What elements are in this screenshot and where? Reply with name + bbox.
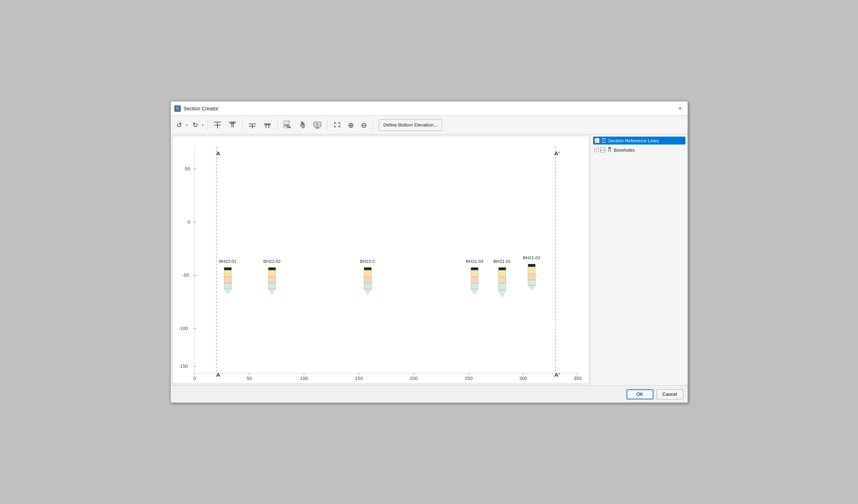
svg-text:0: 0: [187, 219, 190, 224]
close-button[interactable]: ×: [676, 105, 684, 113]
redo-dropdown-arrow[interactable]: ▾: [201, 123, 205, 127]
svg-text:A: A: [216, 372, 220, 377]
remove-section-button[interactable]: [226, 119, 239, 132]
svg-text:BH22-02: BH22-02: [263, 259, 280, 264]
svg-text:BH22-C: BH22-C: [360, 259, 376, 264]
svg-text:-100: -100: [178, 326, 188, 331]
boreholes-expand-button[interactable]: +: [595, 148, 599, 152]
svg-text:BH22-01: BH22-01: [219, 259, 237, 264]
separator-1: [207, 120, 208, 130]
svg-point-15: [315, 123, 316, 123]
cancel-button[interactable]: Cancel: [656, 389, 683, 399]
svg-point-16: [316, 123, 317, 123]
svg-rect-75: [471, 283, 478, 289]
svg-rect-86: [528, 274, 535, 280]
svg-rect-12: [316, 127, 319, 128]
svg-rect-7: [264, 123, 271, 124]
boreholes-icon: [607, 147, 612, 153]
svg-text:50: 50: [185, 166, 190, 171]
hand-tool-button[interactable]: [295, 119, 309, 132]
svg-text:A': A': [554, 150, 560, 156]
main-window: S Section Creator × ↺ ▾ ↻ ▾: [170, 101, 688, 403]
svg-rect-6: [249, 123, 256, 124]
svg-rect-84: [528, 264, 535, 267]
svg-text:100: 100: [300, 376, 308, 381]
separator-4: [327, 120, 327, 130]
svg-rect-55: [224, 270, 231, 277]
svg-rect-67: [364, 270, 371, 277]
toolbar: ↺ ▾ ↻ ▾ DXF: [171, 116, 688, 134]
svg-rect-69: [364, 283, 371, 289]
svg-rect-54: [224, 267, 231, 270]
sidebar-item-boreholes[interactable]: + ✓ Boreholes: [593, 146, 685, 154]
svg-marker-94: [609, 151, 611, 152]
undo-group: ↺ ▾: [174, 119, 188, 132]
window-title: Section Creator: [184, 106, 219, 111]
svg-text:200: 200: [410, 376, 418, 381]
redo-group: ↻ ▾: [190, 119, 205, 132]
svg-rect-79: [498, 270, 505, 277]
svg-rect-73: [471, 270, 478, 277]
svg-rect-81: [498, 283, 505, 290]
svg-rect-68: [364, 277, 371, 283]
svg-text:BH21-01: BH21-01: [493, 259, 511, 264]
svg-text:250: 250: [464, 376, 472, 381]
redo-button[interactable]: ↻: [190, 119, 201, 132]
svg-point-17: [317, 123, 318, 123]
display-settings-button[interactable]: [311, 119, 324, 132]
svg-text:BH21-02: BH21-02: [523, 255, 540, 260]
svg-rect-66: [364, 267, 371, 270]
title-bar-left: S Section Creator: [174, 105, 219, 112]
fit-view-button[interactable]: [330, 119, 344, 132]
sidebar-item-section-reference-lines[interactable]: Section Reference Lines: [593, 137, 685, 145]
boreholes-label: Boreholes: [614, 147, 635, 153]
footer: OK Cancel: [171, 385, 688, 403]
separator-5: [373, 120, 373, 130]
define-bottom-elevation-button[interactable]: Define Bottom Elevation...: [379, 119, 442, 131]
svg-rect-80: [498, 277, 505, 283]
ok-button[interactable]: OK: [627, 389, 653, 399]
canvas-area[interactable]: 50 0 -50 -100 -150 0 50: [172, 136, 589, 384]
svg-text:-150: -150: [178, 363, 188, 368]
separator-2: [242, 120, 243, 130]
svg-text:A': A': [554, 372, 560, 377]
svg-rect-72: [471, 267, 478, 270]
zoom-in-button[interactable]: ⊕: [345, 119, 357, 132]
svg-rect-74: [471, 277, 478, 283]
undo-button[interactable]: ↺: [174, 119, 185, 132]
svg-rect-85: [528, 267, 535, 274]
add-row-button[interactable]: [246, 119, 259, 132]
undo-dropdown-arrow[interactable]: ▾: [185, 123, 188, 127]
svg-rect-60: [268, 267, 275, 270]
app-icon: S: [174, 105, 181, 112]
zoom-out-button[interactable]: ⊖: [358, 119, 370, 132]
svg-rect-56: [224, 277, 231, 283]
svg-text:-50: -50: [182, 272, 189, 278]
sidebar: Section Reference Lines + ✓ Boreholes: [591, 134, 688, 385]
add-section-button[interactable]: [211, 119, 224, 132]
svg-rect-62: [268, 277, 275, 283]
svg-rect-3: [229, 122, 236, 123]
svg-rect-63: [268, 283, 275, 289]
svg-text:150: 150: [355, 376, 363, 381]
svg-rect-5: [252, 124, 253, 128]
title-bar: S Section Creator ×: [171, 101, 688, 116]
main-area: 50 0 -50 -100 -150 0 50: [171, 134, 688, 385]
section-reference-lines-checkbox[interactable]: [595, 138, 600, 143]
svg-rect-2: [214, 122, 221, 123]
boreholes-checkbox[interactable]: ✓: [600, 147, 605, 152]
dxf-button[interactable]: DXF: [280, 119, 294, 132]
svg-text:350: 350: [574, 376, 582, 381]
svg-rect-57: [224, 283, 231, 289]
svg-rect-61: [268, 270, 275, 277]
section-reference-lines-icon: [601, 138, 607, 143]
svg-text:300: 300: [519, 376, 527, 381]
svg-rect-87: [528, 280, 535, 285]
svg-rect-13: [315, 128, 320, 129]
svg-text:0: 0: [193, 376, 196, 381]
remove-row-button[interactable]: [261, 119, 274, 132]
separator-3: [277, 120, 277, 130]
section-canvas: 50 0 -50 -100 -150 0 50: [173, 136, 589, 384]
svg-rect-78: [498, 267, 505, 270]
svg-rect-93: [609, 147, 611, 148]
